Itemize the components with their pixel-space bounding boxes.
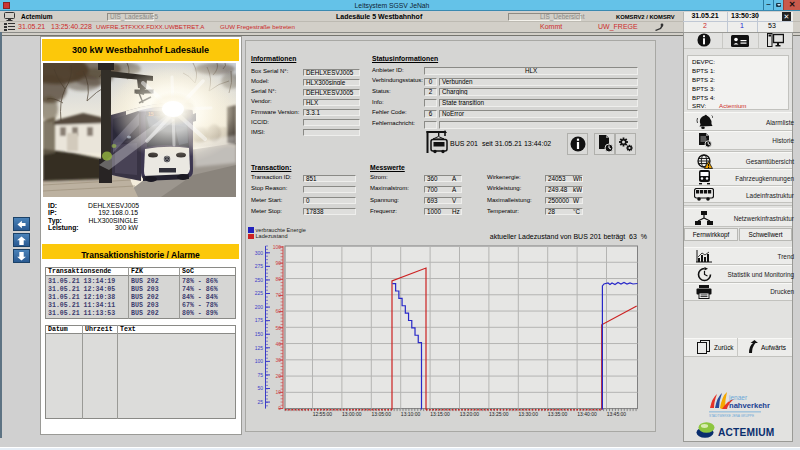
svg-text:225: 225: [255, 290, 264, 296]
svg-text:10: 10: [275, 389, 281, 395]
svg-text:12:55:00: 12:55:00: [313, 411, 333, 417]
svg-text:275: 275: [255, 263, 264, 269]
svg-text:ACTEMIUM: ACTEMIUM: [718, 427, 775, 438]
svg-text:60: 60: [275, 308, 281, 314]
svg-text:13:00:00: 13:00:00: [342, 411, 362, 417]
svg-text:25: 25: [257, 399, 263, 405]
svg-text:100: 100: [273, 244, 282, 250]
svg-text:75: 75: [257, 372, 263, 378]
svg-text:13:20:00: 13:20:00: [460, 411, 480, 417]
svg-text:70: 70: [275, 292, 281, 298]
svg-text:300: 300: [255, 250, 264, 256]
svg-text:13:30:00: 13:30:00: [518, 411, 538, 417]
svg-text:90: 90: [275, 260, 281, 266]
svg-text:200: 200: [255, 304, 264, 310]
svg-text:125: 125: [255, 345, 264, 351]
svg-text:40: 40: [275, 341, 281, 347]
svg-text:250: 250: [255, 277, 264, 283]
svg-text:30: 30: [275, 357, 281, 363]
svg-text:80: 80: [275, 276, 281, 282]
svg-text:nahverkehr: nahverkehr: [729, 401, 770, 410]
svg-text:150: 150: [255, 331, 264, 337]
svg-text:13:10:00: 13:10:00: [401, 411, 421, 417]
svg-text:13:25:00: 13:25:00: [489, 411, 509, 417]
svg-text:13:40:00: 13:40:00: [577, 411, 597, 417]
svg-text:STADTWERKE JENA GRUPPE: STADTWERKE JENA GRUPPE: [709, 414, 754, 418]
svg-text:13:05:00: 13:05:00: [371, 411, 391, 417]
svg-text:20: 20: [275, 373, 281, 379]
svg-text:13:35:00: 13:35:00: [548, 411, 568, 417]
svg-text:50: 50: [275, 325, 281, 331]
svg-text:100: 100: [255, 358, 264, 364]
svg-text:50: 50: [257, 385, 263, 391]
svg-text:175: 175: [255, 317, 264, 323]
svg-text:13:45:00: 13:45:00: [607, 411, 627, 417]
svg-text:13:15:00: 13:15:00: [430, 411, 450, 417]
